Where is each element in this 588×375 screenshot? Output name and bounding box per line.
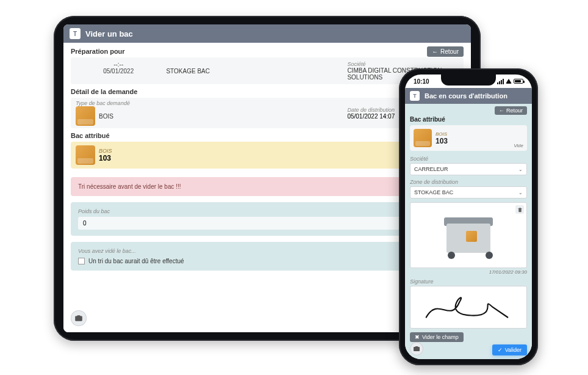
- assigned-number: 103: [99, 154, 112, 162]
- back-button[interactable]: Retour: [495, 106, 527, 115]
- signal-icon: [497, 79, 504, 84]
- app-logo-icon: T: [70, 28, 81, 39]
- company-select[interactable]: CARRELEUR ⌄: [410, 163, 527, 175]
- eraser-icon: ✖: [415, 334, 420, 340]
- wifi-icon: [506, 79, 512, 84]
- signature-pad[interactable]: [410, 286, 527, 329]
- camera-button[interactable]: [71, 310, 87, 326]
- zone-label: Zone de distribution: [410, 179, 527, 185]
- prep-date: 05/01/2022: [76, 68, 161, 75]
- preparation-title: Préparation pour: [71, 48, 464, 55]
- assigned-state: Vide: [514, 143, 523, 148]
- chevron-down-icon: ⌄: [518, 190, 523, 195]
- sort-checkbox[interactable]: [78, 258, 85, 264]
- type-label: Type de bac demandé: [76, 100, 161, 106]
- chevron-down-icon: ⌄: [518, 167, 523, 172]
- app-header: T Vider un bac: [63, 24, 471, 43]
- camera-icon: [413, 345, 420, 352]
- assigned-title: Bac attribué: [410, 116, 527, 123]
- prep-location: STOKAGE BAC: [166, 68, 251, 75]
- wood-bin-icon: [414, 129, 432, 147]
- assigned-material: BOIS: [99, 148, 112, 154]
- clear-signature-button[interactable]: ✖ Vider le champ: [410, 332, 464, 342]
- signature-label: Signature: [410, 279, 527, 285]
- company-value: CARRELEUR: [414, 166, 448, 172]
- photo-date: 17/01/2022 09:30: [410, 269, 527, 275]
- status-icons: [497, 79, 523, 84]
- phone-app-header: T Bac en cours d'attribution: [405, 88, 532, 104]
- status-time: 10:10: [414, 78, 429, 85]
- zone-value: STOKAGE BAC: [414, 189, 453, 195]
- phone-device: 10:10 T Bac en cours d'attribution Retou…: [399, 68, 538, 365]
- phone-notch: [441, 75, 496, 86]
- delete-photo-button[interactable]: [515, 205, 524, 214]
- signature-stroke: [414, 290, 523, 326]
- phone-body: Retour Bac attribué BOIS 103 Vide Sociét…: [405, 104, 532, 359]
- page-title: Vider un bac: [85, 29, 133, 38]
- wood-bin-icon: [76, 106, 95, 126]
- back-button[interactable]: Retour: [427, 46, 464, 57]
- detail-type-cell: Type de bac demandé BOIS: [76, 100, 161, 126]
- assigned-material: BOIS: [436, 131, 448, 137]
- battery-icon: [514, 79, 523, 84]
- camera-button[interactable]: [410, 342, 423, 355]
- assigned-number: 103: [436, 137, 448, 145]
- zone-select[interactable]: STOKAGE BAC ⌄: [410, 186, 527, 198]
- prep-time: --:--: [76, 61, 161, 68]
- app-logo-icon: T: [410, 91, 420, 101]
- clear-signature-label: Vider le champ: [422, 334, 459, 340]
- back-button-label: Retour: [506, 107, 523, 114]
- validate-label: Valider: [505, 347, 522, 353]
- type-value: BOIS: [99, 113, 113, 120]
- wood-bin-icon: [76, 145, 95, 165]
- waste-bin-image: [440, 211, 497, 259]
- company-label: Société: [347, 61, 459, 67]
- camera-icon: [74, 314, 83, 322]
- assigned-card: BOIS 103 Vide: [410, 125, 527, 151]
- prep-time-cell: --:-- 05/01/2022: [76, 61, 161, 81]
- photo-preview[interactable]: [410, 202, 527, 268]
- phone-page-title: Bac en cours d'attribution: [425, 92, 507, 100]
- assigned-text: BOIS 103: [436, 131, 448, 145]
- back-button-label: Retour: [440, 48, 459, 55]
- company-label: Société: [410, 156, 527, 162]
- phone-screen: 10:10 T Bac en cours d'attribution Retou…: [405, 75, 532, 359]
- assigned-text: BOIS 103: [99, 148, 112, 162]
- warning-text: Tri nécessaire avant de vider le bac !!!: [78, 183, 181, 190]
- validate-button[interactable]: Valider: [492, 344, 527, 355]
- trash-icon: [517, 207, 523, 213]
- checkbox-label: Un tri du bac aurait dû être effectué: [88, 258, 184, 264]
